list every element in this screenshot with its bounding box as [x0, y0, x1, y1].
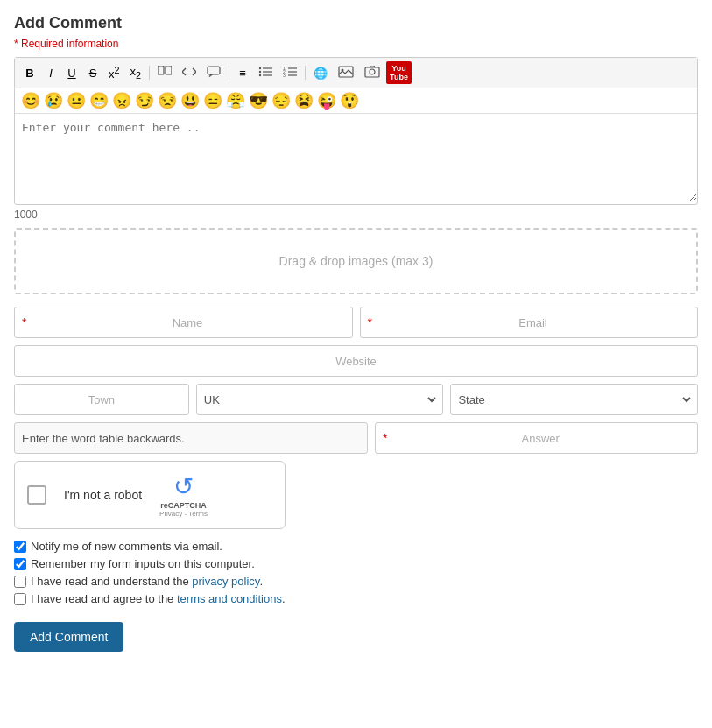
checkbox-row-3: I have read and understand the privacy p…: [14, 575, 698, 588]
recaptcha-brand-text: reCAPTCHA: [160, 501, 207, 510]
remember-label: Remember my form inputs on this computer…: [31, 557, 255, 570]
privacy-label: I have read and understand the privacy p…: [31, 575, 263, 588]
underline-button[interactable]: U: [62, 64, 81, 82]
emoji-cool[interactable]: 😎: [248, 92, 269, 110]
subscript-button[interactable]: x2: [126, 62, 146, 83]
name-field-wrapper: *: [14, 307, 353, 338]
country-select-wrapper: UK US Canada Australia Other: [196, 384, 444, 415]
superscript-button[interactable]: x2: [104, 62, 124, 83]
unordered-list-button[interactable]: [254, 63, 277, 83]
emoji-toolbar: 😊 😢 😐 😁 😠 😏 😒 😃 😑 😤 😎 😔 😫 😜 😲: [15, 88, 697, 114]
terms-link[interactable]: terms and conditions: [177, 592, 282, 605]
captcha-row: Enter the word table backwards. *: [14, 422, 698, 454]
checkbox-row-4: I have read and agree to the terms and c…: [14, 592, 698, 605]
checkbox-row-1: Notify me of new comments via email.: [14, 540, 698, 553]
emoji-unamused[interactable]: 😒: [157, 92, 178, 110]
captcha-question-box: Enter the word table backwards.: [14, 422, 368, 454]
image-dropzone[interactable]: Drag & drop images (max 3): [14, 228, 698, 294]
code-button[interactable]: [178, 63, 201, 83]
name-required-star: *: [22, 315, 26, 329]
emoji-angry[interactable]: 😠: [111, 92, 132, 110]
answer-field-wrapper: *: [375, 422, 698, 454]
svg-point-3: [259, 67, 261, 68]
quote-button[interactable]: [153, 63, 176, 83]
emoji-expressionless[interactable]: 😑: [202, 92, 223, 110]
emoji-sad[interactable]: 😢: [43, 92, 64, 110]
captcha-question-text: Enter the word table backwards.: [22, 432, 185, 445]
terms-label: I have read and agree to the terms and c…: [31, 592, 286, 605]
dropzone-label: Drag & drop images (max 3): [279, 254, 434, 268]
emoji-happy[interactable]: 😃: [180, 92, 201, 110]
emoji-pensive[interactable]: 😔: [271, 92, 292, 110]
state-select-wrapper: State Alabama Alaska Arizona California …: [450, 384, 698, 415]
ordered-list-button[interactable]: 1.2.3.: [278, 63, 301, 83]
emoji-smirk[interactable]: 😏: [134, 92, 155, 110]
page-title: Add Comment: [14, 14, 698, 32]
link-button[interactable]: 🌐: [309, 64, 332, 82]
website-row: [14, 345, 698, 377]
website-field-wrapper: [14, 345, 698, 377]
emoji-tired[interactable]: 😫: [293, 92, 314, 110]
recaptcha-icon: ↺: [173, 472, 194, 501]
name-input[interactable]: [30, 316, 344, 329]
emoji-wink[interactable]: 😜: [316, 92, 337, 110]
svg-text:3.: 3.: [283, 73, 286, 78]
checkboxes-section: Notify me of new comments via email. Rem…: [14, 540, 698, 605]
recaptcha-label: I'm not a robot: [64, 488, 142, 502]
comment-editor: B I U S x2 x2 ≡ 1.2.3. 🌐 YouTube: [14, 57, 698, 205]
submit-button[interactable]: Add Comment: [14, 622, 123, 652]
recaptcha-branding: ↺ reCAPTCHA Privacy - Terms: [159, 472, 208, 518]
website-input[interactable]: [22, 355, 690, 368]
svg-point-5: [259, 70, 261, 72]
checkbox-row-2: Remember my form inputs on this computer…: [14, 557, 698, 570]
answer-required-star: *: [383, 431, 387, 445]
country-select[interactable]: UK US Canada Australia Other: [201, 385, 440, 414]
char-count: 1000: [14, 209, 698, 221]
svg-rect-1: [166, 66, 172, 74]
recaptcha-checkbox[interactable]: [27, 485, 46, 505]
emoji-frustrated[interactable]: 😤: [225, 92, 246, 110]
svg-point-7: [259, 74, 261, 75]
email-input[interactable]: [376, 316, 690, 329]
spoiler-button[interactable]: [202, 63, 225, 83]
emoji-smile[interactable]: 😊: [20, 92, 41, 110]
youtube-button[interactable]: YouTube: [386, 61, 412, 84]
privacy-policy-link[interactable]: privacy policy: [192, 575, 259, 588]
svg-point-18: [370, 69, 375, 74]
notify-checkbox[interactable]: [14, 541, 26, 553]
notify-label: Notify me of new comments via email.: [31, 540, 222, 553]
emoji-neutral[interactable]: 😐: [66, 92, 87, 110]
comment-textarea[interactable]: [15, 114, 697, 201]
photo-button[interactable]: [360, 63, 384, 83]
name-email-row: * *: [14, 307, 698, 338]
svg-rect-2: [208, 67, 220, 74]
recaptcha-box: I'm not a robot ↺ reCAPTCHA Privacy - Te…: [14, 461, 286, 529]
toolbar-separator-3: [305, 66, 306, 80]
required-info: * Required information: [14, 38, 698, 50]
italic-button[interactable]: I: [41, 64, 60, 82]
align-button[interactable]: ≡: [233, 64, 252, 82]
privacy-checkbox[interactable]: [14, 576, 26, 588]
bold-button[interactable]: B: [20, 64, 39, 82]
remember-checkbox[interactable]: [14, 558, 26, 570]
state-select[interactable]: State Alabama Alaska Arizona California …: [455, 385, 694, 414]
email-field-wrapper: *: [360, 307, 699, 338]
town-field-wrapper: [14, 384, 189, 415]
terms-checkbox[interactable]: [14, 593, 26, 605]
editor-toolbar: B I U S x2 x2 ≡ 1.2.3. 🌐 YouTube: [15, 58, 697, 88]
svg-rect-0: [158, 66, 164, 74]
strikethrough-button[interactable]: S: [83, 64, 102, 82]
toolbar-separator-1: [149, 66, 150, 80]
emoji-surprised[interactable]: 😲: [339, 92, 360, 110]
answer-input[interactable]: [391, 432, 691, 445]
image-button[interactable]: [334, 63, 358, 83]
town-input[interactable]: [22, 393, 181, 406]
recaptcha-links: Privacy - Terms: [159, 510, 208, 518]
town-country-state-row: UK US Canada Australia Other State Alaba…: [14, 384, 698, 415]
email-required-star: *: [368, 315, 372, 329]
toolbar-separator-2: [229, 66, 229, 80]
emoji-grin[interactable]: 😁: [88, 92, 109, 110]
